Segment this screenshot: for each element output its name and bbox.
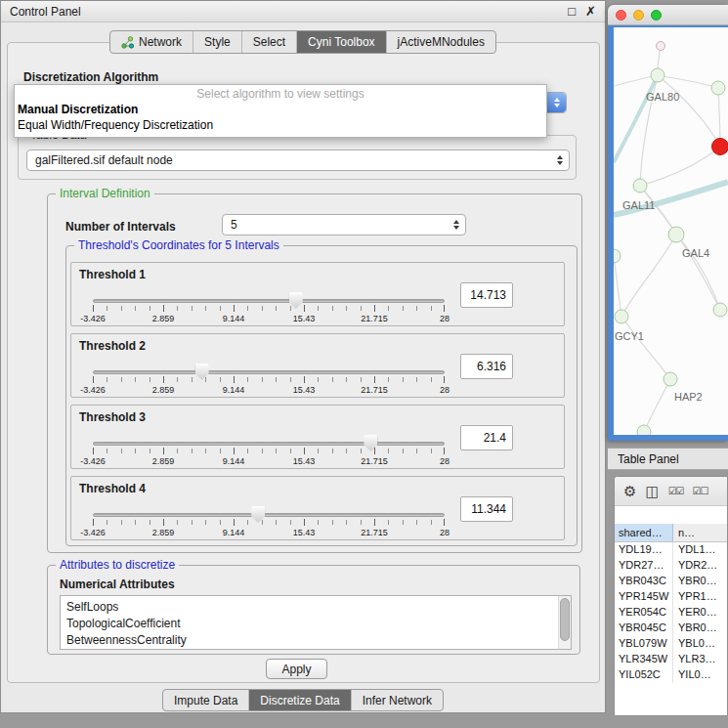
list-item[interactable]: TopologicalCoefficient [66, 616, 571, 632]
tab-style[interactable]: Style [193, 31, 241, 53]
screen: Control Panel □ ✗ Discretization Algorit… [0, 0, 728, 728]
graph-node[interactable] [651, 68, 664, 82]
apply-button[interactable]: Apply [266, 659, 327, 679]
cell: YBR0… [673, 574, 727, 589]
numerical-attributes-list[interactable]: SelfLoops TopologicalCoefficient Between… [60, 595, 572, 650]
threshold-value-field[interactable] [460, 425, 513, 450]
graph-node[interactable] [614, 249, 621, 263]
cell: YER0… [673, 605, 727, 621]
graph-node[interactable] [711, 81, 725, 95]
column-header-name[interactable]: n… [673, 524, 727, 541]
close-traffic-light-icon[interactable] [616, 10, 626, 21]
tab-jactivemnodules[interactable]: jActiveMNodules [386, 31, 495, 53]
tab-infer-network[interactable]: Infer Network [351, 690, 443, 710]
combo-stepper-icon[interactable] [547, 93, 566, 112]
table-row[interactable]: YLR345WYLR3… [615, 652, 727, 667]
major-tick [304, 305, 305, 312]
number-of-intervals-combobox[interactable]: 5 [222, 214, 466, 236]
scale-label: 9.144 [223, 528, 245, 537]
tab-label: Style [204, 35, 231, 49]
tab-network[interactable]: Network [110, 31, 193, 53]
tab-label: Discretize Data [260, 694, 339, 707]
cell: YDL1… [673, 542, 727, 558]
tab-strip: Impute Data Discretize Data Infer Networ… [162, 689, 444, 711]
tab-discretize-data[interactable]: Discretize Data [248, 690, 350, 710]
table-row[interactable]: YBR043CYBR0… [615, 574, 727, 589]
threshold-value-field[interactable] [460, 282, 513, 308]
control-panel-window: Control Panel □ ✗ Discretization Algorit… [0, 0, 606, 713]
graph-node[interactable] [633, 179, 647, 193]
tab-impute-data[interactable]: Impute Data [163, 690, 248, 710]
threshold-value-field[interactable] [460, 354, 513, 379]
threshold-slider[interactable]: -3.426 2.859 9.144 15.43 21.715 28 [93, 292, 445, 325]
combo-arrows-icon [453, 220, 459, 230]
threshold-value-field[interactable] [460, 496, 513, 522]
threshold-slider[interactable]: -3.426 2.859 9.144 15.43 21.715 28 [93, 364, 445, 397]
major-tick [163, 376, 164, 383]
graph-node[interactable] [637, 425, 651, 435]
table-panel-header[interactable]: Table Panel [608, 448, 728, 470]
dropdown-option-manual-discretization[interactable]: Manual Discretization [15, 102, 546, 117]
node-label: GAL11 [622, 199, 655, 211]
scale-label: 28 [440, 314, 450, 323]
threshold-slider[interactable]: -3.426 2.859 9.144 15.43 21.715 28 [93, 506, 445, 539]
threshold-slider[interactable]: -3.426 2.859 9.144 15.43 21.715 28 [93, 435, 445, 468]
scale-label: -3.426 [80, 385, 106, 395]
graph-node[interactable] [713, 303, 727, 317]
mode-tab-bar: Impute Data Discretize Data Infer Networ… [1, 689, 605, 711]
network-canvas[interactable]: GAL80 GAL11 GAL4 GCY1 HAP2 [614, 27, 728, 435]
scale-label: -3.426 [80, 314, 106, 323]
dropdown-option-equal-width-frequency[interactable]: Equal Width/Frequency Discretization [15, 117, 546, 133]
thresholds-group-title: Threshold's Coordinates for 5 Intervals [74, 238, 283, 252]
settings-panel: Discretization Algorithm Select algorith… [7, 42, 600, 683]
list-item[interactable]: SelfLoops [66, 599, 571, 616]
list-item[interactable]: BetweennessCentrality [66, 632, 571, 649]
scale-label: 21.715 [361, 456, 388, 466]
graph-node[interactable] [657, 42, 665, 51]
scrollbar-thumb[interactable] [560, 598, 570, 641]
table-row[interactable]: YER054CYER0… [615, 605, 727, 621]
tab-select[interactable]: Select [241, 31, 296, 53]
table-row[interactable]: YIL052CYIL0… [615, 667, 727, 683]
control-panel-titlebar[interactable]: Control Panel □ ✗ [1, 1, 605, 22]
table-row[interactable]: YDL19…YDL1… [615, 542, 727, 558]
graph-node[interactable] [668, 227, 684, 242]
tab-cyni-toolbox[interactable]: Cyni Toolbox [296, 31, 385, 53]
slider-track[interactable] [93, 370, 445, 374]
combo-selected-value: 5 [231, 218, 237, 232]
major-tick [444, 376, 445, 383]
slider-track[interactable] [93, 513, 445, 517]
minimize-traffic-light-icon[interactable] [633, 10, 644, 21]
slider-track[interactable] [93, 299, 445, 303]
scale-label: 28 [440, 528, 450, 537]
table-data-combobox[interactable]: galFiltered.sif default node [26, 150, 570, 171]
table-row[interactable]: YDR27…YDR2… [615, 558, 727, 574]
table-row[interactable]: YBR045CYBR0… [615, 621, 727, 636]
network-view-window: GAL80 GAL11 GAL4 GCY1 HAP2 [608, 5, 728, 441]
scale-label: 15.43 [293, 385, 316, 395]
selected-red-node[interactable] [712, 139, 728, 155]
network-window-titlebar[interactable] [608, 5, 728, 25]
slider-track[interactable] [93, 442, 445, 446]
column-header-shared-name[interactable]: shared… [615, 524, 673, 541]
cell: YDR27… [615, 558, 673, 574]
columns-icon[interactable]: ◫ [645, 484, 659, 498]
close-window-icon[interactable]: ✗ [585, 5, 596, 18]
deselect-all-icon[interactable]: ☑☐ [693, 487, 708, 496]
zoom-traffic-light-icon[interactable] [651, 10, 662, 21]
threshold-label: Threshold 2 [79, 339, 146, 353]
graph-node[interactable] [664, 372, 677, 386]
table-row[interactable]: YPR145WYPR1… [615, 589, 727, 605]
select-all-icon[interactable]: ☑☑ [668, 487, 684, 496]
table-row[interactable]: YBL079WYBL0… [615, 636, 727, 652]
graph-node[interactable] [615, 310, 628, 323]
scale-label: 15.43 [293, 314, 316, 323]
list-scrollbar[interactable] [558, 596, 571, 649]
major-tick [234, 305, 235, 312]
float-window-icon[interactable]: □ [568, 5, 576, 18]
gear-icon[interactable]: ⚙ [623, 484, 636, 498]
attributes-group-title: Attributes to discretize [56, 558, 179, 572]
window-title: Control Panel [10, 5, 81, 19]
scale-label: 2.859 [152, 314, 175, 323]
scale-label: 21.715 [361, 528, 388, 537]
